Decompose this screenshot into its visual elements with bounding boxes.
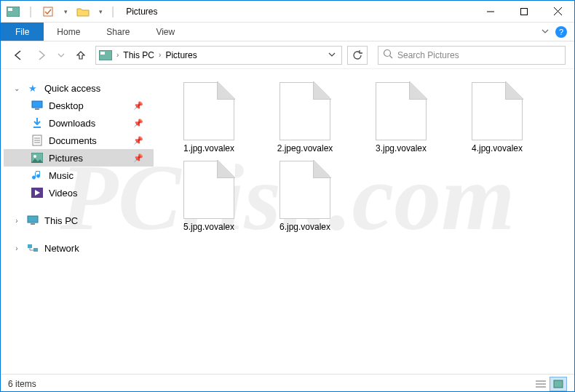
file-name: 2.jpeg.vovalex: [277, 143, 333, 153]
item-count: 6 items: [8, 379, 36, 389]
svg-rect-13: [35, 108, 39, 110]
pin-icon: 📌: [133, 101, 143, 111]
file-item[interactable]: 6.jpg.vovalex: [260, 161, 350, 232]
back-button[interactable]: [9, 47, 27, 64]
navigation-pane: ⌄ ★ Quick access Desktop📌Downloads📌Docum…: [1, 69, 154, 374]
file-icon: [279, 161, 330, 219]
videos-icon: [31, 187, 43, 199]
file-name: 4.jpg.vovalex: [472, 143, 523, 153]
tab-view[interactable]: View: [143, 23, 188, 41]
qat-dropdown-icon[interactable]: ▾: [58, 4, 74, 20]
properties-button[interactable]: [40, 4, 56, 20]
sidebar-item-label: Downloads: [49, 118, 95, 129]
search-input[interactable]: Search Pictures: [378, 46, 566, 65]
svg-rect-12: [32, 101, 42, 108]
sidebar-network[interactable]: › Network: [4, 239, 154, 257]
help-button[interactable]: ?: [555, 26, 567, 38]
navigation-bar: › This PC › Pictures Search Pictures: [1, 41, 574, 69]
qat-customize-icon[interactable]: ▾: [92, 4, 108, 20]
sidebar-this-pc[interactable]: › This PC: [4, 212, 154, 229]
recent-locations-button[interactable]: [56, 47, 66, 64]
thumbnails-view-button[interactable]: [550, 377, 567, 391]
close-button[interactable]: [541, 1, 574, 23]
tab-home[interactable]: Home: [44, 23, 93, 41]
file-item[interactable]: 5.jpg.vovalex: [164, 161, 254, 232]
location-icon: [99, 50, 112, 60]
sidebar-item-label: Network: [44, 243, 79, 254]
file-icon: [279, 82, 330, 140]
details-view-button[interactable]: [532, 377, 550, 391]
chevron-right-icon[interactable]: ›: [12, 244, 21, 252]
svg-rect-31: [554, 380, 563, 388]
file-name: 1.jpg.vovalex: [183, 143, 234, 153]
pin-icon: 📌: [133, 136, 143, 145]
file-icon: [183, 82, 234, 140]
star-icon: ★: [27, 82, 39, 94]
sidebar-item-label: Pictures: [49, 153, 83, 164]
status-bar: 6 items: [1, 374, 574, 392]
sidebar-item-videos[interactable]: Videos: [4, 184, 154, 201]
svg-line-10: [390, 56, 393, 59]
svg-rect-2: [44, 7, 52, 16]
sidebar-quick-access[interactable]: ⌄ ★ Quick access: [4, 79, 154, 97]
file-name: 5.jpg.vovalex: [183, 222, 234, 232]
file-item[interactable]: 1.jpg.vovalex: [164, 82, 254, 153]
maximize-button[interactable]: [507, 1, 541, 23]
ribbon: File Home Share View ?: [1, 23, 574, 41]
search-icon: [383, 49, 393, 61]
svg-rect-23: [31, 223, 35, 225]
breadcrumb-segment[interactable]: Pictures: [165, 50, 197, 60]
network-icon: [27, 242, 39, 254]
file-name: 6.jpg.vovalex: [279, 222, 330, 232]
address-dropdown-icon[interactable]: [328, 51, 338, 60]
ribbon-expand-icon[interactable]: [541, 25, 550, 39]
downloads-icon: [31, 117, 43, 129]
window-controls: [474, 1, 574, 23]
chevron-down-icon[interactable]: ⌄: [12, 84, 21, 92]
monitor-icon: [27, 215, 39, 226]
sidebar-item-label: Quick access: [44, 83, 100, 94]
sidebar-item-pictures[interactable]: Pictures📌: [4, 149, 154, 167]
sidebar-item-documents[interactable]: Documents📌: [4, 132, 154, 149]
file-item[interactable]: 2.jpeg.vovalex: [260, 82, 350, 153]
quick-access-toolbar: | ▾ ▾ |: [1, 4, 116, 20]
breadcrumb-segment[interactable]: This PC: [123, 50, 154, 60]
svg-point-9: [384, 50, 391, 57]
file-tab[interactable]: File: [1, 23, 44, 41]
file-name: 3.jpg.vovalex: [376, 143, 427, 153]
sidebar-item-label: Desktop: [49, 100, 84, 111]
sidebar-item-label: Music: [49, 170, 74, 181]
sidebar-item-music[interactable]: Music: [4, 167, 154, 184]
pin-icon: 📌: [133, 119, 143, 128]
search-placeholder: Search Pictures: [397, 50, 459, 60]
address-bar[interactable]: › This PC › Pictures: [95, 46, 342, 65]
pin-icon: 📌: [133, 153, 143, 163]
documents-icon: [31, 135, 43, 146]
sidebar-item-label: Documents: [49, 135, 97, 146]
refresh-button[interactable]: [347, 46, 368, 65]
minimize-button[interactable]: [474, 1, 507, 23]
file-icon: [376, 82, 427, 140]
sidebar-item-label: Videos: [49, 188, 78, 199]
chevron-right-icon[interactable]: ›: [12, 217, 21, 225]
sidebar-item-desktop[interactable]: Desktop📌: [4, 97, 154, 114]
svg-rect-24: [28, 244, 32, 248]
file-icon: [183, 161, 234, 219]
sidebar-item-label: This PC: [44, 215, 78, 226]
svg-rect-4: [521, 8, 528, 15]
sidebar-item-downloads[interactable]: Downloads📌: [4, 114, 154, 132]
file-icon: [472, 82, 523, 140]
file-item[interactable]: 3.jpg.vovalex: [356, 82, 446, 153]
folder-icon: [75, 4, 91, 20]
file-item[interactable]: 4.jpg.vovalex: [452, 82, 542, 153]
pictures-icon: [31, 152, 43, 164]
file-pane[interactable]: 1.jpg.vovalex2.jpeg.vovalex3.jpg.vovalex…: [154, 69, 574, 374]
desktop-icon: [31, 100, 43, 111]
svg-rect-1: [8, 8, 12, 11]
svg-point-20: [33, 155, 36, 158]
title-bar: | ▾ ▾ | Pictures: [1, 1, 574, 23]
forward-button[interactable]: [33, 47, 50, 64]
tab-share[interactable]: Share: [93, 23, 143, 41]
body-area: PCrisk.com ⌄ ★ Quick access Desktop📌Down…: [1, 69, 574, 374]
up-button[interactable]: [72, 47, 90, 64]
